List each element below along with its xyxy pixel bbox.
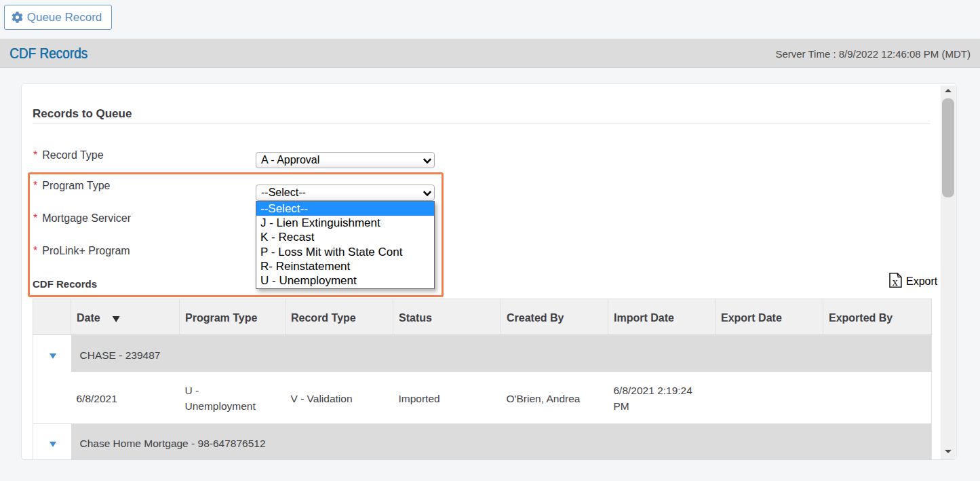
svg-text:x: x (893, 275, 899, 288)
